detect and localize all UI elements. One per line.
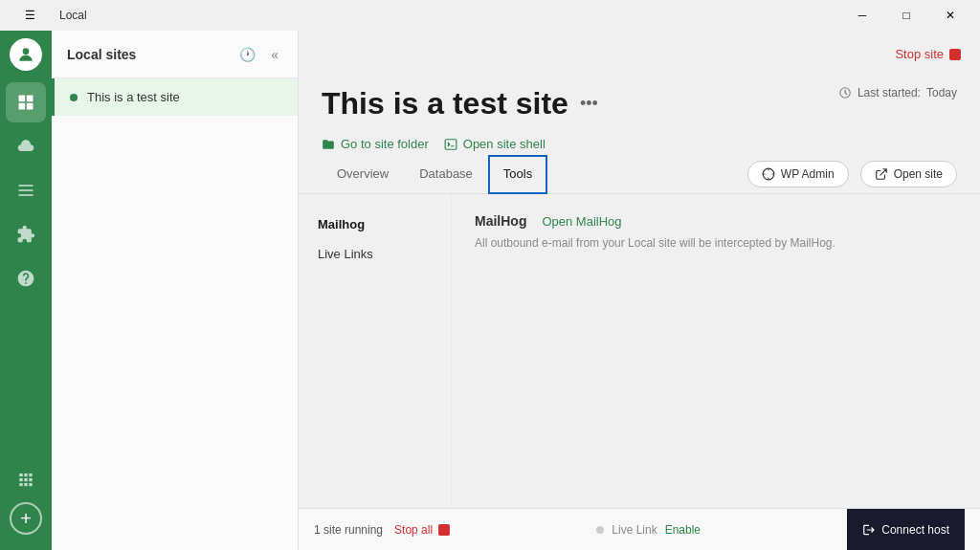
status-bar: 1 site running Stop all Live Link Enable… [299,508,980,550]
live-link-dot [596,526,604,534]
open-site-button[interactable]: Open site [860,161,957,187]
main-content: Stop site This is a test site ••• Go to … [299,31,980,550]
open-mailhog-button[interactable]: Open MailHog [542,214,621,229]
stop-site-label: Stop site [895,47,944,61]
sidebar-item-list[interactable] [6,170,46,210]
live-link-enable-button[interactable]: Enable [665,523,701,537]
close-button[interactable]: ✕ [928,0,972,31]
sites-panel: Local sites 🕐 « This is a test site [52,31,299,550]
titlebar: ☰ Local ─ □ ✕ [0,0,980,31]
tools-main: MailHog Open MailHog All outbound e-mail… [452,194,980,508]
wp-admin-button[interactable]: WP Admin [747,161,849,187]
connect-host-label: Connect host [881,523,949,537]
svg-rect-5 [19,185,33,187]
last-started-label: Last started: [858,86,921,99]
tab-database[interactable]: Database [404,155,488,194]
go-to-site-folder-button[interactable]: Go to site folder [322,133,429,155]
open-site-shell-label: Open site shell [463,137,546,151]
icon-sidebar: + [0,31,52,550]
sidebar-item-sites[interactable] [6,82,46,122]
terminal-icon [444,138,457,151]
stop-all-label: Stop all [394,523,433,537]
titlebar-left: ☰ Local [8,0,87,31]
tools-sidebar: Mailhog Live Links [299,194,452,508]
tools-sidebar-live-links[interactable]: Live Links [299,239,451,269]
sidebar-item-help[interactable] [6,258,46,298]
site-title: This is a test site [322,86,568,121]
app-body: + Local sites 🕐 « This is a test site St… [0,31,980,550]
site-right-buttons: WP Admin Open site [747,161,957,187]
external-link-icon [875,167,888,181]
connect-host-button[interactable]: Connect host [847,509,965,551]
svg-rect-1 [19,96,26,102]
tools-sidebar-mailhog[interactable]: Mailhog [299,209,451,239]
clock-icon-button[interactable]: 🕐 [235,45,259,64]
site-status-dot [70,94,78,101]
content-area: Mailhog Live Links [299,194,980,508]
tab-overview[interactable]: Overview [322,155,404,194]
main-topbar: Stop site [299,31,980,78]
wordpress-icon [762,167,775,181]
site-list-item-name: This is a test site [87,90,180,104]
site-more-button[interactable]: ••• [580,94,598,114]
menu-button[interactable]: ☰ [8,0,52,31]
site-header-right: Last started: Today [838,86,957,99]
stop-icon [949,49,961,60]
stop-all-button[interactable]: Stop all [394,523,450,537]
status-left: 1 site running Stop all [314,523,450,537]
last-started: Last started: Today [838,86,957,99]
site-title-left: This is a test site ••• Go to site folde… [322,86,598,155]
svg-rect-3 [19,103,26,110]
mailhog-header: MailHog Open MailHog [475,213,957,229]
avatar-icon[interactable] [10,38,42,71]
go-to-site-folder-label: Go to site folder [341,137,429,151]
site-actions: Go to site folder Open site shell [322,133,598,155]
svg-rect-6 [19,189,33,191]
minimize-button[interactable]: ─ [840,0,884,31]
stop-site-button[interactable]: Stop site [895,47,961,61]
mailhog-description: All outbound e-mail from your Local site… [475,236,957,250]
open-site-label: Open site [894,167,943,181]
status-middle: Live Link Enable [596,523,701,537]
tabs-group: Overview Database Tools [322,155,547,193]
maximize-button[interactable]: □ [884,0,928,31]
svg-rect-8 [445,139,457,149]
clock-icon [838,86,852,99]
add-site-button[interactable]: + [10,502,42,535]
site-list-item[interactable]: This is a test site [52,78,298,116]
last-started-value: Today [926,86,957,99]
svg-point-0 [23,48,30,55]
tabs-and-buttons: Overview Database Tools WP Admin Open si… [299,155,980,194]
sidebar-item-extensions[interactable] [6,214,46,254]
wp-admin-label: WP Admin [781,167,835,181]
collapse-button[interactable]: « [267,45,282,64]
sites-panel-header: Local sites 🕐 « [52,31,298,78]
running-count: 1 site running [314,523,383,537]
app-title: Local [59,9,87,22]
mailhog-name: MailHog [475,213,526,229]
sidebar-item-grid[interactable] [6,458,46,498]
connect-host-icon [862,523,876,537]
open-site-shell-button[interactable]: Open site shell [444,133,546,155]
svg-rect-7 [19,194,33,196]
sidebar-item-cloud[interactable] [6,126,46,166]
tab-tools[interactable]: Tools [488,155,547,194]
mailhog-section: MailHog Open MailHog All outbound e-mail… [475,213,957,250]
svg-rect-2 [27,96,33,102]
site-title-area: This is a test site ••• Go to site folde… [299,86,980,155]
sidebar-bottom: + [6,458,46,542]
live-link-text: Live Link [612,523,657,537]
window-controls: ─ □ ✕ [840,0,972,31]
stop-all-icon [438,524,450,536]
svg-rect-4 [27,103,33,110]
folder-icon [322,138,335,151]
sites-panel-actions: 🕐 « [235,45,282,64]
sites-panel-title: Local sites [67,47,136,62]
site-title-row: This is a test site ••• [322,86,598,121]
